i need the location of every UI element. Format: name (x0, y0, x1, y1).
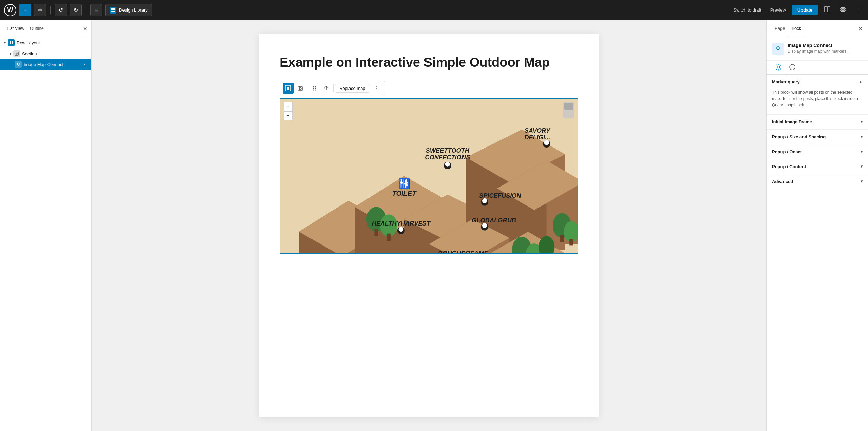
svg-point-21 (315, 88, 316, 89)
right-sidebar-header: Page Block ✕ (767, 20, 868, 37)
popup-size-header[interactable]: Popup / Size and Spacing ▾ (767, 130, 868, 144)
block-info-text: Image Map Connect Display image map with… (788, 43, 848, 54)
sidebar-content: ▾ Row Layout ▾ Section Image Map Connec (0, 37, 91, 431)
row-layout-label: Row Layout (17, 40, 40, 45)
tab-list-view[interactable]: List View (4, 20, 27, 37)
move-button[interactable] (309, 83, 320, 94)
camera-button[interactable] (295, 83, 306, 94)
marker-query-header[interactable]: Marker query ▲ (767, 75, 868, 89)
edit-button[interactable]: ✏ (34, 4, 46, 16)
redo-button[interactable]: ↻ (70, 4, 82, 16)
replace-map-button[interactable]: Replace map (335, 84, 370, 93)
svg-point-18 (313, 86, 314, 87)
initial-image-frame-chevron: ▾ (861, 119, 863, 124)
tree-item-image-map-connect[interactable]: Image Map Connect ⋮ (0, 59, 91, 70)
undo-button[interactable]: ↺ (55, 4, 67, 16)
settings-icon-button[interactable] (837, 4, 849, 16)
popup-content-header[interactable]: Popup / Content ▾ (767, 159, 868, 174)
image-map-options-button[interactable]: ⋮ (82, 62, 87, 67)
panel-popup-onset: Popup / Onset ▾ (767, 144, 868, 159)
section-icon (13, 50, 20, 57)
left-sidebar: List View Outline ✕ ▾ Row Layout ▾ (0, 20, 92, 431)
tree-item-section[interactable]: ▾ Section (0, 48, 91, 59)
svg-text:GLOBALGRUB: GLOBALGRUB (472, 217, 516, 224)
svg-rect-2 (111, 11, 113, 12)
more-button[interactable]: ⋮ (852, 5, 864, 15)
popup-content-chevron: ▾ (861, 164, 863, 169)
svg-point-93 (778, 66, 780, 68)
svg-rect-4 (825, 6, 827, 12)
page-title: Example on Interactive Simple Outdoor Ma… (280, 54, 578, 71)
arrows-button[interactable] (321, 83, 332, 94)
advanced-chevron: ▾ (861, 179, 863, 184)
svg-point-79 (399, 227, 404, 232)
svg-point-13 (17, 63, 19, 65)
more-options-button[interactable]: ⋮ (371, 83, 382, 94)
initial-image-frame-header[interactable]: Initial Image Frame ▾ (767, 115, 868, 129)
popup-size-chevron: ▾ (861, 134, 863, 139)
svg-text:DELIGI...: DELIGI... (524, 134, 550, 141)
svg-rect-7 (10, 41, 11, 44)
mode-tab-settings[interactable] (772, 61, 786, 74)
svg-text:SWEETTOOTH: SWEETTOOTH (426, 147, 470, 154)
zoom-in-button[interactable]: + (284, 102, 293, 111)
svg-text:CONFECTIONS: CONFECTIONS (425, 154, 470, 161)
popup-content-title: Popup / Content (772, 164, 806, 169)
svg-point-92 (777, 47, 779, 50)
initial-image-frame-title: Initial Image Frame (772, 119, 812, 124)
update-button[interactable]: Update (792, 5, 818, 15)
marker-query-chevron: ▲ (858, 80, 863, 84)
svg-point-6 (842, 9, 844, 11)
svg-point-20 (313, 88, 314, 89)
svg-rect-60 (569, 239, 573, 246)
advanced-title: Advanced (772, 179, 793, 184)
sidebar-tabs: List View Outline ✕ (0, 20, 91, 37)
row-layout-icon (8, 39, 15, 46)
tree-item-row-layout[interactable]: ▾ Row Layout (0, 37, 91, 48)
panel-advanced: Advanced ▾ (767, 174, 868, 189)
wordpress-logo[interactable]: W (4, 4, 16, 16)
advanced-header[interactable]: Advanced ▾ (767, 174, 868, 189)
scroll-thumb (564, 103, 573, 110)
mode-tab-style[interactable] (786, 61, 799, 74)
toolbar-divider-2 (333, 84, 334, 92)
svg-rect-0 (111, 8, 113, 10)
zoom-out-button[interactable]: − (284, 111, 293, 120)
section-label: Section (22, 51, 37, 56)
focus-button[interactable] (283, 83, 294, 94)
popup-onset-chevron: ▾ (861, 149, 863, 154)
divider-1 (50, 6, 51, 14)
block-toolbar: Replace map ⋮ (280, 81, 385, 95)
preview-button[interactable]: Preview (768, 5, 789, 15)
canvas-area: Example on Interactive Simple Outdoor Ma… (92, 20, 766, 431)
panel-marker-query: Marker query ▲ This block will show all … (767, 75, 868, 115)
svg-rect-8 (12, 41, 13, 44)
svg-point-19 (315, 86, 316, 87)
design-library-button[interactable]: Design Library (105, 4, 152, 16)
svg-point-17 (299, 87, 301, 90)
svg-point-22 (313, 90, 314, 91)
tab-outline[interactable]: Outline (27, 20, 46, 37)
right-sidebar-close-button[interactable]: ✕ (858, 25, 863, 32)
block-name: Image Map Connect (788, 43, 848, 48)
svg-point-76 (482, 223, 487, 228)
svg-text:SAVORY: SAVORY (525, 127, 551, 134)
sidebar-close-button[interactable]: ✕ (83, 25, 87, 32)
list-view-toggle[interactable]: ≡ (90, 4, 102, 16)
svg-rect-58 (560, 235, 564, 242)
svg-rect-5 (828, 6, 830, 12)
switch-to-draft-button[interactable]: Switch to draft (731, 5, 764, 15)
layout-icon-button[interactable] (821, 4, 833, 16)
popup-size-title: Popup / Size and Spacing (772, 134, 826, 139)
popup-onset-header[interactable]: Popup / Onset ▾ (767, 144, 868, 159)
tab-block[interactable]: Block (788, 20, 804, 37)
marker-query-description: This block will show all posts on the se… (767, 89, 868, 114)
divider-2 (86, 6, 86, 14)
tab-page[interactable]: Page (772, 20, 788, 37)
main-area: List View Outline ✕ ▾ Row Layout ▾ (0, 20, 868, 431)
svg-text:HEALTHYHARVEST: HEALTHYHARVEST (372, 220, 431, 227)
svg-rect-3 (113, 11, 115, 12)
svg-rect-15 (287, 87, 289, 90)
add-block-button[interactable]: + (19, 4, 31, 16)
right-sidebar: Page Block ✕ Image Map Connect Display i… (766, 20, 868, 431)
